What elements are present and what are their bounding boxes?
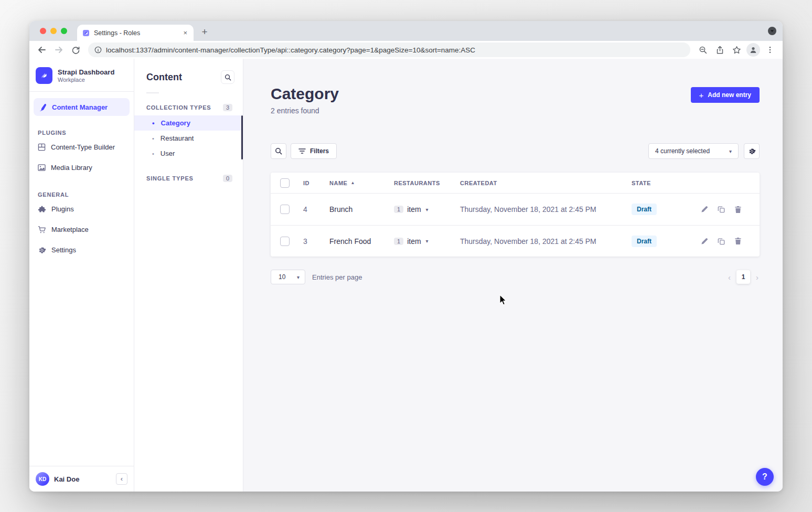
sidebar-item-marketplace[interactable]: Marketplace: [29, 219, 134, 240]
duplicate-button[interactable]: [718, 237, 725, 245]
strapi-logo-icon: [39, 71, 49, 80]
content-nav-item-label: Category: [161, 119, 190, 127]
column-header-state[interactable]: STATE: [623, 180, 691, 186]
sidebar-item-plugins[interactable]: Plugins: [29, 199, 134, 219]
gear-icon: [38, 246, 46, 254]
url-bar[interactable]: localhost:1337/admin/content-manager/col…: [88, 42, 690, 57]
caret-down-icon: ▾: [426, 238, 429, 244]
chevron-down-icon: [770, 29, 774, 33]
delete-button[interactable]: [734, 206, 742, 214]
table-row[interactable]: 3 French Food 1 item ▾ Thursday, Novembe…: [271, 225, 760, 257]
scrollbar-thumb[interactable]: [241, 115, 243, 159]
column-header-name[interactable]: NAME ▲: [321, 180, 386, 186]
strapi-app: Strapi Dashboard Workplace Content Manag…: [29, 59, 783, 492]
feather-pen-icon: [39, 103, 47, 111]
select-all-checkbox[interactable]: [280, 178, 290, 188]
profile-button[interactable]: [746, 42, 761, 57]
edit-button[interactable]: [701, 206, 708, 214]
share-button[interactable]: [712, 42, 727, 57]
table-row[interactable]: 4 Brunch 1 item ▾ Thursday, November 18,…: [271, 194, 760, 225]
cell-id: 4: [295, 205, 321, 214]
profile-avatar: [746, 43, 760, 57]
columns-selected-value: 4 currently selected: [655, 147, 710, 155]
column-header-createdat[interactable]: CREATEDAT: [452, 180, 623, 186]
collection-types-count-badge: 3: [223, 104, 232, 111]
collapse-sidebar-button[interactable]: ‹: [116, 473, 127, 485]
table-header-row: ID NAME ▲ RESTAURANTS CREATEDAT STATE: [271, 173, 760, 194]
sidebar-item-label: Media Library: [51, 164, 92, 172]
table-search-button[interactable]: [271, 143, 286, 159]
sidebar-item-label: Content-Type Builder: [51, 143, 115, 151]
tab-close-icon[interactable]: ×: [182, 28, 188, 37]
browser-tab[interactable]: Settings - Roles ×: [77, 25, 194, 41]
filters-button[interactable]: Filters: [291, 143, 337, 159]
bullet-icon: •: [152, 119, 155, 127]
app-title: Strapi Dashboard: [58, 68, 114, 77]
content-nav-item-label: Restaurant: [161, 134, 194, 142]
sidebar-item-settings[interactable]: Settings: [29, 240, 134, 260]
collection-types-label: COLLECTION TYPES: [146, 104, 211, 111]
user-name: Kai Doe: [54, 475, 79, 483]
search-icon: [275, 147, 282, 155]
cell-name: French Food: [321, 237, 386, 246]
plus-icon: +: [699, 91, 704, 99]
page-size-select[interactable]: 10 ▾: [271, 270, 305, 284]
browser-menu-button[interactable]: [763, 42, 777, 57]
page-title: Category: [271, 85, 339, 102]
browser-toolbar: localhost:1337/admin/content-manager/col…: [29, 41, 783, 59]
zoom-window-button[interactable]: [61, 28, 67, 34]
columns-selected-dropdown[interactable]: 4 currently selected ▾: [648, 143, 739, 159]
help-button[interactable]: ?: [756, 468, 774, 486]
delete-button[interactable]: [734, 237, 742, 245]
close-window-button[interactable]: [40, 28, 46, 34]
table-settings-button[interactable]: [744, 143, 760, 159]
sidebar-item-content-manager[interactable]: Content Manager: [34, 98, 130, 116]
forward-button[interactable]: [51, 42, 66, 57]
content-nav-item-restaurant[interactable]: • Restaurant: [134, 131, 243, 146]
content-nav-item-user[interactable]: • User: [134, 146, 243, 161]
row-checkbox[interactable]: [280, 205, 290, 214]
sidebar-item-media-library[interactable]: Media Library: [29, 157, 134, 178]
caret-down-icon: ▾: [729, 148, 732, 154]
cell-restaurants[interactable]: 1 item ▾: [386, 205, 452, 214]
content-nav-item-category[interactable]: • Category: [134, 115, 243, 131]
caret-down-icon: ▾: [426, 207, 429, 212]
content-nav-item-label: User: [161, 150, 175, 157]
add-new-entry-label: Add new entry: [708, 91, 751, 99]
next-page-button[interactable]: ›: [755, 273, 760, 282]
duplicate-button[interactable]: [718, 206, 725, 214]
entries-table: ID NAME ▲ RESTAURANTS CREATEDAT STATE 4 …: [271, 173, 760, 257]
general-section-label: GENERAL: [29, 178, 134, 199]
tab-search-button[interactable]: [768, 27, 776, 35]
relation-count-badge: 1: [394, 238, 403, 245]
zoom-out-button[interactable]: [696, 42, 710, 57]
entries-count: 2 entries found: [271, 106, 339, 115]
minimize-window-button[interactable]: [50, 28, 57, 34]
edit-button[interactable]: [701, 237, 708, 245]
cell-name: Brunch: [321, 205, 386, 214]
current-page-button[interactable]: 1: [736, 270, 750, 284]
puzzle-icon: [38, 205, 46, 214]
add-new-entry-button[interactable]: + Add new entry: [691, 87, 760, 103]
column-header-restaurants[interactable]: RESTAURANTS: [386, 180, 452, 186]
star-icon: [732, 46, 741, 55]
workspace-header[interactable]: Strapi Dashboard Workplace: [29, 59, 134, 92]
traffic-lights: [40, 28, 67, 34]
back-button[interactable]: [35, 42, 49, 57]
gear-icon: [748, 147, 756, 155]
content-search-button[interactable]: [221, 70, 234, 84]
trash-icon: [734, 206, 742, 214]
prev-page-button[interactable]: ‹: [727, 273, 732, 282]
browser-tab-strip: Settings - Roles × +: [29, 21, 783, 41]
row-checkbox[interactable]: [280, 237, 290, 246]
kebab-menu-icon: [766, 46, 774, 54]
reload-button[interactable]: [68, 42, 83, 57]
strapi-favicon: [82, 29, 90, 37]
bookmark-button[interactable]: [729, 42, 744, 57]
new-tab-button[interactable]: +: [198, 25, 211, 39]
column-header-id[interactable]: ID: [295, 180, 321, 186]
cell-restaurants[interactable]: 1 item ▾: [386, 237, 452, 246]
content-nav: Content COLLECTION TYPES 3 • Category • …: [134, 59, 243, 492]
media-image-icon: [38, 164, 46, 172]
sidebar-item-content-type-builder[interactable]: Content-Type Builder: [29, 137, 134, 157]
